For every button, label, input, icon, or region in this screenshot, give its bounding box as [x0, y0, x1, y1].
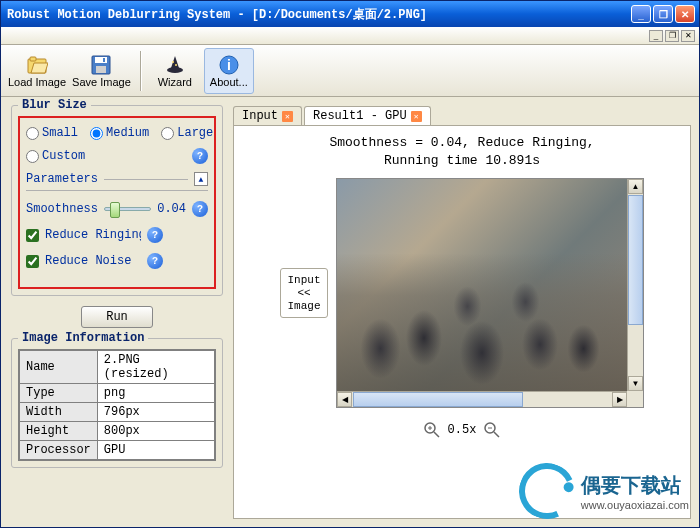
- smoothness-slider[interactable]: [104, 207, 151, 211]
- input-image-button[interactable]: Input << Image: [280, 268, 328, 318]
- reduce-ringing-row: Reduce Ringing ?: [26, 227, 208, 243]
- mdi-buttons: _ ❐ ✕: [649, 30, 695, 42]
- table-row: Name2.PNG (resized): [19, 350, 215, 384]
- left-panel: Blur Size Small Medium Large Custom ? Pa…: [1, 97, 233, 527]
- image-info-group: Image Information Name2.PNG (resized) Ty…: [11, 338, 223, 468]
- blur-size-legend: Blur Size: [18, 98, 91, 112]
- horizontal-scrollbar[interactable]: ◀ ▶: [337, 391, 627, 407]
- toolbar-separator: [140, 51, 142, 91]
- table-row: Width796px: [19, 403, 215, 422]
- tabs: Input ✕ Result1 - GPU ✕: [233, 105, 691, 125]
- svg-line-12: [434, 432, 439, 437]
- scroll-down-button[interactable]: ▼: [628, 376, 643, 391]
- smoothness-help-icon[interactable]: ?: [192, 201, 208, 217]
- smoothness-row: Smoothness 0.04 ?: [26, 201, 208, 217]
- close-button[interactable]: ✕: [675, 5, 695, 23]
- tab-input-close-icon[interactable]: ✕: [282, 111, 293, 122]
- reduce-noise-label: Reduce Noise: [45, 254, 141, 268]
- tab-result[interactable]: Result1 - GPU ✕: [304, 106, 431, 125]
- svg-point-7: [172, 61, 174, 63]
- table-row: ProcessorGPU: [19, 441, 215, 461]
- radio-large[interactable]: Large: [161, 126, 213, 140]
- zoom-in-icon[interactable]: [424, 422, 440, 438]
- maximize-button[interactable]: ❐: [653, 5, 673, 23]
- mdi-restore-button[interactable]: ❐: [665, 30, 679, 42]
- image-area: Input << Image ▲ ▼: [280, 178, 644, 408]
- wizard-hat-icon: [163, 54, 187, 76]
- about-label: About...: [210, 76, 248, 88]
- controls-highlight-box: Small Medium Large Custom ? Parameters ▲: [18, 116, 216, 289]
- tab-content: Smoothness = 0.04, Reduce Ringing, Runni…: [233, 125, 691, 519]
- toolbar: Load Image Save Image Wizard i About...: [1, 45, 699, 97]
- image-info-table: Name2.PNG (resized) Typepng Width796px H…: [18, 349, 216, 461]
- titlebar-text: Robust Motion Deblurring System - [D:/Do…: [7, 6, 631, 23]
- reduce-noise-help-icon[interactable]: ?: [147, 253, 163, 269]
- reduce-ringing-help-icon[interactable]: ?: [147, 227, 163, 243]
- svg-text:i: i: [227, 57, 231, 73]
- blur-size-row-1: Small Medium Large: [26, 126, 208, 140]
- radio-custom-input[interactable]: [26, 150, 39, 163]
- scroll-up-button[interactable]: ▲: [628, 179, 643, 194]
- scroll-corner: [627, 391, 643, 407]
- horizontal-scroll-thumb[interactable]: [353, 392, 523, 407]
- save-image-button[interactable]: Save Image: [71, 48, 132, 94]
- radio-medium[interactable]: Medium: [90, 126, 149, 140]
- menubar: _ ❐ ✕: [1, 27, 699, 45]
- svg-point-8: [175, 64, 177, 66]
- right-panel: Input ✕ Result1 - GPU ✕ Smoothness = 0.0…: [233, 97, 699, 527]
- scroll-left-button[interactable]: ◀: [337, 392, 352, 407]
- reduce-ringing-checkbox[interactable]: [26, 229, 39, 242]
- table-row: Typepng: [19, 384, 215, 403]
- collapse-icon[interactable]: ▲: [194, 172, 208, 186]
- load-image-label: Load Image: [8, 76, 66, 88]
- wizard-button[interactable]: Wizard: [150, 48, 200, 94]
- scroll-right-button[interactable]: ▶: [612, 392, 627, 407]
- content: Blur Size Small Medium Large Custom ? Pa…: [1, 97, 699, 527]
- titlebar: Robust Motion Deblurring System - [D:/Do…: [1, 1, 699, 27]
- reduce-noise-checkbox[interactable]: [26, 255, 39, 268]
- minimize-button[interactable]: _: [631, 5, 651, 23]
- zoom-controls: 0.5x: [424, 422, 501, 438]
- result-status-text: Smoothness = 0.04, Reduce Ringing, Runni…: [329, 134, 594, 170]
- floppy-disk-icon: [89, 54, 113, 76]
- blur-size-help-icon[interactable]: ?: [192, 148, 208, 164]
- mdi-close-button[interactable]: ✕: [681, 30, 695, 42]
- smoothness-slider-thumb[interactable]: [110, 202, 120, 218]
- tab-input[interactable]: Input ✕: [233, 106, 302, 125]
- svg-line-16: [494, 432, 499, 437]
- load-image-button[interactable]: Load Image: [7, 48, 67, 94]
- folder-open-icon: [25, 54, 49, 76]
- radio-small-input[interactable]: [26, 127, 39, 140]
- radio-small[interactable]: Small: [26, 126, 78, 140]
- result-image: [337, 179, 627, 391]
- vertical-scroll-thumb[interactable]: [628, 195, 643, 325]
- tab-result-close-icon[interactable]: ✕: [411, 111, 422, 122]
- reduce-ringing-label: Reduce Ringing: [45, 228, 141, 242]
- smoothness-label: Smoothness: [26, 202, 98, 216]
- app-window: Robust Motion Deblurring System - [D:/Do…: [0, 0, 700, 528]
- parameters-legend: Parameters: [26, 172, 98, 186]
- title-buttons: _ ❐ ✕: [631, 5, 695, 23]
- vertical-scrollbar[interactable]: ▲ ▼: [627, 179, 643, 391]
- result-image-viewport: ▲ ▼ ◀ ▶: [336, 178, 644, 408]
- parameters-header[interactable]: Parameters ▲: [26, 172, 208, 191]
- reduce-noise-row: Reduce Noise ?: [26, 253, 208, 269]
- wizard-label: Wizard: [158, 76, 192, 88]
- run-button[interactable]: Run: [81, 306, 153, 328]
- mdi-minimize-button[interactable]: _: [649, 30, 663, 42]
- svg-point-6: [167, 67, 183, 73]
- blur-size-group: Blur Size Small Medium Large Custom ? Pa…: [11, 105, 223, 296]
- svg-rect-1: [30, 57, 36, 61]
- blur-size-row-2: Custom ?: [26, 148, 208, 164]
- svg-rect-5: [103, 58, 105, 62]
- radio-custom[interactable]: Custom: [26, 149, 85, 163]
- zoom-out-icon[interactable]: [484, 422, 500, 438]
- zoom-level: 0.5x: [448, 423, 477, 437]
- smoothness-value: 0.04: [157, 202, 186, 216]
- radio-large-input[interactable]: [161, 127, 174, 140]
- svg-rect-3: [95, 57, 107, 63]
- about-button[interactable]: i About...: [204, 48, 254, 94]
- radio-medium-input[interactable]: [90, 127, 103, 140]
- info-icon: i: [217, 54, 241, 76]
- table-row: Height800px: [19, 422, 215, 441]
